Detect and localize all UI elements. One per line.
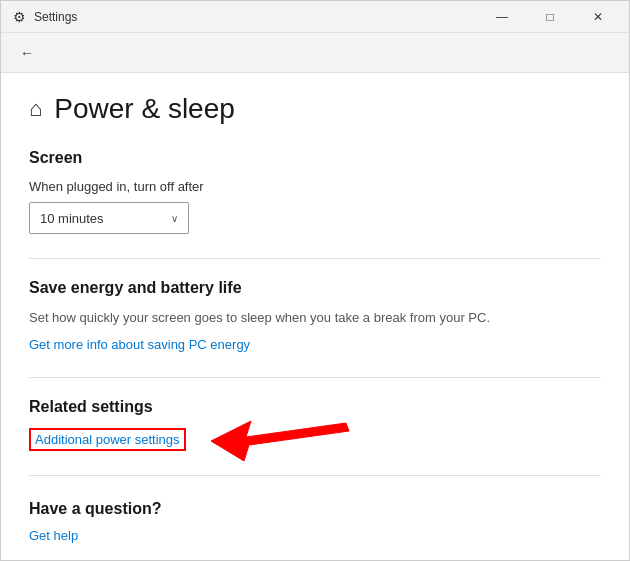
- chevron-down-icon: ∨: [171, 213, 178, 224]
- settings-app-icon: ⚙: [13, 9, 26, 25]
- battery-section-title: Save energy and battery life: [29, 279, 601, 297]
- screen-section-title: Screen: [29, 149, 601, 167]
- maximize-button[interactable]: □: [527, 1, 573, 33]
- settings-window: ⚙ Settings — □ ✕ ← ⌂ Power & sleep Scree…: [0, 0, 630, 561]
- page-header: ⌂ Power & sleep: [29, 93, 601, 125]
- screen-label: When plugged in, turn off after: [29, 179, 601, 194]
- title-bar: ⚙ Settings — □ ✕: [1, 1, 629, 33]
- saving-energy-link[interactable]: Get more info about saving PC energy: [29, 337, 250, 352]
- minimize-button[interactable]: —: [479, 1, 525, 33]
- link-with-arrow: Additional power settings: [29, 428, 186, 451]
- battery-section: Save energy and battery life Set how qui…: [29, 279, 601, 353]
- divider-2: [29, 377, 601, 378]
- title-bar-title: Settings: [34, 10, 77, 24]
- page-title: Power & sleep: [54, 93, 235, 125]
- question-title: Have a question?: [29, 500, 601, 518]
- divider-1: [29, 258, 601, 259]
- dropdown-value: 10 minutes: [40, 211, 104, 226]
- content-area: ⌂ Power & sleep Screen When plugged in, …: [1, 73, 629, 560]
- title-bar-controls: — □ ✕: [479, 1, 621, 33]
- home-icon: ⌂: [29, 96, 42, 122]
- additional-power-settings-link[interactable]: Additional power settings: [29, 428, 186, 451]
- screen-section: Screen When plugged in, turn off after 1…: [29, 149, 601, 234]
- back-button[interactable]: ←: [13, 39, 41, 67]
- question-section: Have a question? Get help: [29, 500, 601, 544]
- svg-marker-0: [211, 421, 349, 461]
- nav-bar: ←: [1, 33, 629, 73]
- get-help-link[interactable]: Get help: [29, 528, 78, 543]
- battery-section-description: Set how quickly your screen goes to slee…: [29, 309, 601, 327]
- related-settings-section: Related settings Additional power settin…: [29, 398, 601, 451]
- red-arrow-annotation: [191, 413, 351, 473]
- screen-timeout-dropdown[interactable]: 10 minutes ∨: [29, 202, 189, 234]
- divider-3: [29, 475, 601, 476]
- title-bar-left: ⚙ Settings: [13, 9, 77, 25]
- close-button[interactable]: ✕: [575, 1, 621, 33]
